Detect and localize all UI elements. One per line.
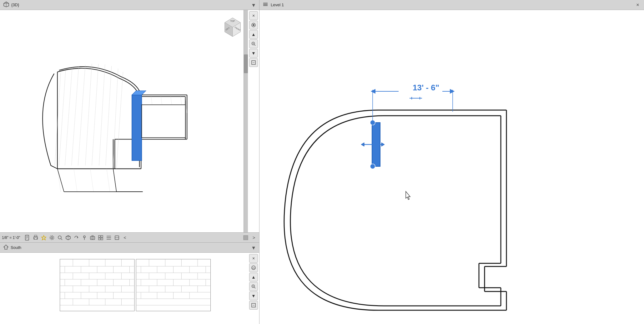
svg-rect-40 bbox=[142, 105, 185, 138]
toolbar-rotate-btn[interactable] bbox=[73, 234, 80, 241]
svg-text:TOP: TOP bbox=[230, 20, 235, 22]
toolbar-expand-btn[interactable]: > bbox=[250, 234, 257, 241]
left-panel: {3D} ▼ bbox=[0, 0, 259, 324]
toolbar-grid-btn[interactable] bbox=[97, 234, 104, 241]
main-area: {3D} ▼ bbox=[0, 0, 644, 324]
svg-rect-80 bbox=[98, 235, 100, 237]
zoom-fit-btn-south[interactable] bbox=[249, 301, 258, 310]
svg-rect-173 bbox=[263, 4, 268, 5]
camera-2d-btn[interactable]: 2D bbox=[249, 263, 258, 272]
scroll-thumb-3d[interactable] bbox=[244, 54, 248, 73]
svg-point-197 bbox=[370, 164, 375, 169]
camera-btn[interactable] bbox=[249, 21, 258, 29]
svg-rect-175 bbox=[259, 10, 644, 324]
zoom-btn-south[interactable] bbox=[249, 282, 258, 291]
close-btn-south[interactable]: × bbox=[249, 254, 258, 263]
zoom-fit-btn[interactable] bbox=[249, 58, 258, 67]
svg-rect-81 bbox=[101, 235, 103, 237]
toolbar-more-btn[interactable] bbox=[242, 234, 249, 241]
svg-rect-3 bbox=[0, 44, 259, 198]
scroll-down-btn[interactable]: ▼ bbox=[249, 49, 258, 58]
floor-plan-drawing: 13' - 6" bbox=[259, 10, 644, 324]
right-panel-header: Level 1 × bbox=[259, 0, 644, 10]
view-south: South ▼ bbox=[0, 243, 259, 324]
close-btn-3d[interactable]: × bbox=[249, 11, 258, 20]
south-drawing bbox=[0, 253, 259, 324]
svg-line-167 bbox=[254, 287, 255, 288]
scroll-down-btn-south[interactable]: ▼ bbox=[249, 291, 258, 300]
right-panel-content[interactable]: 13' - 6" bbox=[259, 10, 644, 324]
svg-rect-82 bbox=[98, 238, 100, 240]
toolbar-3d-btn[interactable] bbox=[65, 234, 72, 241]
view-south-header: South ▼ bbox=[0, 243, 259, 253]
right-panel-title: Level 1 bbox=[271, 3, 284, 7]
svg-rect-174 bbox=[263, 5, 268, 6]
zoom-search-btn[interactable] bbox=[249, 39, 258, 48]
svg-text:2D: 2D bbox=[252, 267, 255, 270]
svg-rect-61 bbox=[25, 235, 29, 240]
toolbar-zoom-btn[interactable] bbox=[57, 234, 63, 241]
svg-line-56 bbox=[254, 45, 255, 46]
view-south-content[interactable]: × 2D ▲ bbox=[0, 253, 259, 324]
scroll-up-btn[interactable]: ▲ bbox=[249, 30, 258, 39]
svg-point-79 bbox=[92, 237, 93, 239]
scroll-track-3d[interactable] bbox=[244, 10, 248, 232]
level-icon bbox=[263, 2, 268, 8]
toolbar-settings-btn[interactable] bbox=[48, 234, 55, 241]
toolbar-clip-btn[interactable] bbox=[113, 234, 120, 241]
scale-label: 1/8" = 1'-0" bbox=[2, 235, 20, 240]
navigation-cube[interactable]: TOP LEFT FRONT bbox=[222, 16, 244, 38]
svg-rect-172 bbox=[263, 3, 268, 3]
svg-line-72 bbox=[61, 239, 62, 240]
house-icon bbox=[3, 244, 9, 251]
svg-point-76 bbox=[83, 236, 85, 238]
toolbar-star-btn[interactable] bbox=[40, 234, 47, 241]
3d-drawing bbox=[0, 10, 259, 232]
svg-rect-38 bbox=[132, 95, 142, 161]
toolbar-right-south: × 2D ▲ bbox=[248, 253, 259, 310]
view-3d: {3D} ▼ bbox=[0, 0, 259, 243]
toolbar-doc-btn[interactable] bbox=[24, 234, 31, 241]
view-south-title: South bbox=[11, 245, 21, 250]
toolbar-right-3d: × ▲ bbox=[248, 10, 259, 67]
toolbar-print-btn[interactable] bbox=[32, 234, 39, 241]
svg-marker-90 bbox=[4, 245, 8, 249]
svg-point-69 bbox=[51, 237, 53, 239]
scroll-up-btn-south[interactable]: ▲ bbox=[249, 273, 258, 281]
toolbar-layers-btn[interactable] bbox=[105, 234, 112, 241]
view-3d-title: {3D} bbox=[11, 3, 19, 7]
svg-rect-89 bbox=[244, 235, 248, 240]
toolbar-arrow-btn[interactable]: < bbox=[122, 234, 128, 241]
svg-rect-67 bbox=[34, 238, 37, 239]
close-level-btn[interactable]: × bbox=[635, 2, 641, 8]
view-3d-header: {3D} ▼ bbox=[0, 0, 259, 10]
toolbar-pin-btn[interactable] bbox=[81, 234, 88, 241]
right-panel: Level 1 × bbox=[259, 0, 644, 324]
svg-point-71 bbox=[58, 236, 61, 239]
svg-text:13' - 6": 13' - 6" bbox=[413, 83, 439, 92]
panel-dropdown-3d[interactable]: ▼ bbox=[251, 3, 256, 8]
bottom-toolbar-3d: 1/8" = 1'-0" bbox=[0, 232, 259, 242]
view-3d-content[interactable]: TOP LEFT FRONT × bbox=[0, 10, 259, 232]
svg-point-70 bbox=[50, 235, 54, 240]
svg-marker-68 bbox=[42, 235, 46, 240]
svg-rect-83 bbox=[101, 238, 103, 240]
svg-point-54 bbox=[253, 24, 254, 26]
panel-dropdown-south[interactable]: ▼ bbox=[251, 245, 256, 251]
toolbar-camera-btn[interactable] bbox=[89, 234, 96, 241]
cube-icon bbox=[3, 1, 9, 9]
